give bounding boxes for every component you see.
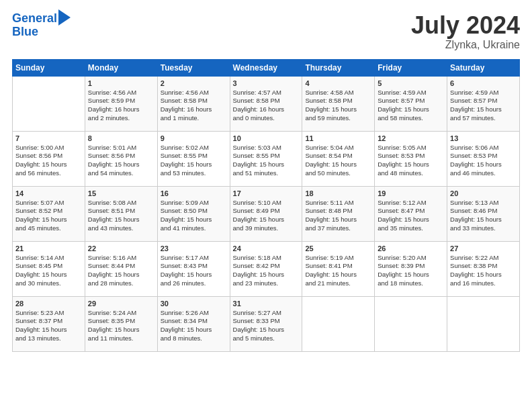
day-info: Sunrise: 5:09 AM Sunset: 8:50 PM Dayligh… (161, 199, 227, 233)
calendar-week-row: 14Sunrise: 5:07 AM Sunset: 8:52 PM Dayli… (13, 186, 520, 241)
calendar-cell: 5Sunrise: 4:59 AM Sunset: 8:57 PM Daylig… (375, 76, 447, 131)
calendar-cell: 7Sunrise: 5:00 AM Sunset: 8:56 PM Daylig… (13, 131, 85, 186)
calendar-cell: 20Sunrise: 5:13 AM Sunset: 8:46 PM Dayli… (447, 186, 520, 241)
calendar-week-row: 7Sunrise: 5:00 AM Sunset: 8:56 PM Daylig… (13, 131, 520, 186)
calendar-cell: 22Sunrise: 5:16 AM Sunset: 8:44 PM Dayli… (85, 241, 157, 296)
day-info: Sunrise: 5:13 AM Sunset: 8:46 PM Dayligh… (450, 199, 517, 233)
logo-arrow-icon (58, 9, 71, 26)
weekday-header: Wednesday (230, 59, 302, 76)
weekday-header: Monday (85, 59, 157, 76)
calendar-cell: 11Sunrise: 5:04 AM Sunset: 8:54 PM Dayli… (302, 131, 375, 186)
calendar-table: SundayMondayTuesdayWednesdayThursdayFrid… (12, 59, 520, 352)
calendar-cell: 30Sunrise: 5:26 AM Sunset: 8:34 PM Dayli… (157, 296, 230, 351)
calendar-week-row: 1Sunrise: 4:56 AM Sunset: 8:59 PM Daylig… (13, 76, 520, 131)
day-number: 26 (378, 244, 444, 253)
month-title: July 2024 (411, 12, 520, 39)
weekday-header: Friday (375, 59, 447, 76)
day-info: Sunrise: 5:27 AM Sunset: 8:33 PM Dayligh… (233, 309, 300, 343)
day-info: Sunrise: 5:07 AM Sunset: 8:52 PM Dayligh… (15, 199, 82, 233)
day-info: Sunrise: 5:02 AM Sunset: 8:55 PM Dayligh… (161, 144, 227, 178)
day-number: 20 (450, 189, 517, 197)
logo-text-blue: Blue (12, 26, 71, 39)
day-info: Sunrise: 5:03 AM Sunset: 8:55 PM Dayligh… (233, 144, 300, 178)
day-info: Sunrise: 5:08 AM Sunset: 8:51 PM Dayligh… (88, 199, 154, 233)
day-info: Sunrise: 5:11 AM Sunset: 8:48 PM Dayligh… (305, 199, 371, 233)
calendar-cell: 18Sunrise: 5:11 AM Sunset: 8:48 PM Dayli… (302, 186, 375, 241)
calendar-cell: 9Sunrise: 5:02 AM Sunset: 8:55 PM Daylig… (157, 131, 230, 186)
day-number: 5 (378, 79, 444, 87)
calendar-cell: 13Sunrise: 5:06 AM Sunset: 8:53 PM Dayli… (447, 131, 520, 186)
day-info: Sunrise: 5:23 AM Sunset: 8:37 PM Dayligh… (15, 309, 82, 343)
day-number: 22 (88, 244, 154, 253)
calendar-cell: 2Sunrise: 4:56 AM Sunset: 8:58 PM Daylig… (157, 76, 230, 131)
logo: General Blue (12, 12, 71, 39)
day-info: Sunrise: 5:14 AM Sunset: 8:45 PM Dayligh… (15, 254, 82, 288)
day-number: 19 (378, 189, 444, 197)
day-info: Sunrise: 5:04 AM Sunset: 8:54 PM Dayligh… (305, 144, 371, 178)
weekday-header: Tuesday (157, 59, 230, 76)
day-info: Sunrise: 5:12 AM Sunset: 8:47 PM Dayligh… (378, 199, 444, 233)
day-info: Sunrise: 5:18 AM Sunset: 8:42 PM Dayligh… (233, 254, 300, 288)
calendar-cell: 4Sunrise: 4:58 AM Sunset: 8:58 PM Daylig… (302, 76, 375, 131)
day-number: 14 (15, 189, 82, 197)
day-number: 10 (233, 134, 300, 142)
calendar-cell: 8Sunrise: 5:01 AM Sunset: 8:56 PM Daylig… (85, 131, 157, 186)
calendar-cell: 27Sunrise: 5:22 AM Sunset: 8:38 PM Dayli… (447, 241, 520, 296)
day-number: 15 (88, 189, 154, 197)
day-info: Sunrise: 5:26 AM Sunset: 8:34 PM Dayligh… (161, 309, 227, 343)
calendar-cell: 6Sunrise: 4:59 AM Sunset: 8:57 PM Daylig… (447, 76, 520, 131)
day-info: Sunrise: 5:24 AM Sunset: 8:35 PM Dayligh… (88, 309, 154, 343)
day-number: 12 (378, 134, 444, 142)
calendar-cell: 12Sunrise: 5:05 AM Sunset: 8:53 PM Dayli… (375, 131, 447, 186)
day-number: 24 (233, 244, 300, 253)
calendar-cell: 31Sunrise: 5:27 AM Sunset: 8:33 PM Dayli… (230, 296, 302, 351)
day-number: 23 (161, 244, 227, 253)
calendar-cell: 26Sunrise: 5:20 AM Sunset: 8:39 PM Dayli… (375, 241, 447, 296)
weekday-header: Thursday (302, 59, 375, 76)
day-number: 21 (15, 244, 82, 253)
day-number: 17 (233, 189, 300, 197)
day-number: 29 (88, 300, 154, 308)
day-number: 18 (305, 189, 371, 197)
day-info: Sunrise: 5:22 AM Sunset: 8:38 PM Dayligh… (450, 254, 517, 288)
title-block: July 2024 Zlynka, Ukraine (411, 12, 520, 51)
calendar-cell: 24Sunrise: 5:18 AM Sunset: 8:42 PM Dayli… (230, 241, 302, 296)
day-info: Sunrise: 4:59 AM Sunset: 8:57 PM Dayligh… (378, 89, 444, 123)
day-number: 2 (161, 79, 227, 87)
calendar-cell: 29Sunrise: 5:24 AM Sunset: 8:35 PM Dayli… (85, 296, 157, 351)
calendar-week-row: 21Sunrise: 5:14 AM Sunset: 8:45 PM Dayli… (13, 241, 520, 296)
calendar-cell: 17Sunrise: 5:10 AM Sunset: 8:49 PM Dayli… (230, 186, 302, 241)
day-info: Sunrise: 5:01 AM Sunset: 8:56 PM Dayligh… (88, 144, 154, 178)
day-info: Sunrise: 5:10 AM Sunset: 8:49 PM Dayligh… (233, 199, 300, 233)
calendar-cell: 21Sunrise: 5:14 AM Sunset: 8:45 PM Dayli… (13, 241, 85, 296)
day-number: 13 (450, 134, 517, 142)
calendar-cell: 1Sunrise: 4:56 AM Sunset: 8:59 PM Daylig… (85, 76, 157, 131)
calendar-cell: 3Sunrise: 4:57 AM Sunset: 8:58 PM Daylig… (230, 76, 302, 131)
day-info: Sunrise: 4:59 AM Sunset: 8:57 PM Dayligh… (450, 89, 517, 123)
day-number: 31 (233, 300, 300, 308)
day-info: Sunrise: 5:19 AM Sunset: 8:41 PM Dayligh… (305, 254, 371, 288)
calendar-cell: 14Sunrise: 5:07 AM Sunset: 8:52 PM Dayli… (13, 186, 85, 241)
day-number: 4 (305, 79, 371, 87)
calendar-cell (302, 296, 375, 351)
calendar-cell: 16Sunrise: 5:09 AM Sunset: 8:50 PM Dayli… (157, 186, 230, 241)
calendar-cell (13, 76, 85, 131)
day-info: Sunrise: 4:58 AM Sunset: 8:58 PM Dayligh… (305, 89, 371, 123)
calendar-cell: 23Sunrise: 5:17 AM Sunset: 8:43 PM Dayli… (157, 241, 230, 296)
calendar-cell: 28Sunrise: 5:23 AM Sunset: 8:37 PM Dayli… (13, 296, 85, 351)
day-number: 11 (305, 134, 371, 142)
logo-text: General (12, 12, 57, 26)
calendar-week-row: 28Sunrise: 5:23 AM Sunset: 8:37 PM Dayli… (13, 296, 520, 351)
day-number: 9 (161, 134, 227, 142)
calendar-cell: 15Sunrise: 5:08 AM Sunset: 8:51 PM Dayli… (85, 186, 157, 241)
day-number: 27 (450, 244, 517, 253)
page-header: General Blue July 2024 Zlynka, Ukraine (12, 12, 520, 51)
calendar-cell (447, 296, 520, 351)
calendar-cell: 19Sunrise: 5:12 AM Sunset: 8:47 PM Dayli… (375, 186, 447, 241)
day-number: 30 (161, 300, 227, 308)
calendar-cell: 25Sunrise: 5:19 AM Sunset: 8:41 PM Dayli… (302, 241, 375, 296)
day-number: 28 (15, 300, 82, 308)
day-number: 1 (88, 79, 154, 87)
day-info: Sunrise: 4:56 AM Sunset: 8:59 PM Dayligh… (88, 89, 154, 123)
day-number: 25 (305, 244, 371, 253)
